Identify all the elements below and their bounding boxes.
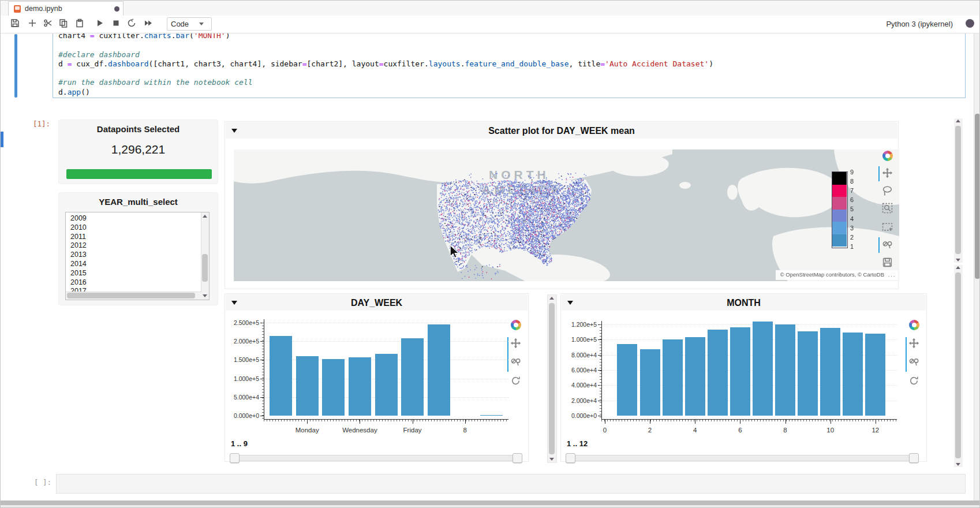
x-minor-ticks bbox=[601, 420, 897, 421]
range-slider-handle-right[interactable] bbox=[513, 453, 522, 463]
pan-tool-icon[interactable] bbox=[510, 338, 522, 349]
x-tick-mark bbox=[695, 420, 695, 424]
save-plot-icon[interactable] bbox=[882, 257, 893, 268]
bokeh-logo-icon[interactable] bbox=[511, 320, 521, 330]
stop-kernel-button[interactable] bbox=[111, 18, 123, 30]
scrollbar-thumb[interactable] bbox=[549, 303, 555, 454]
map-attribution[interactable]: © OpenStreetMap contributors, © CartoDB bbox=[776, 270, 898, 280]
colorbar-swatch bbox=[832, 210, 847, 222]
year-option-2012[interactable]: 2012 bbox=[70, 241, 87, 249]
year-option-2010[interactable]: 2010 bbox=[70, 223, 87, 231]
selected-cell-indicator[interactable] bbox=[14, 34, 17, 98]
inspect-select-icon[interactable] bbox=[510, 356, 522, 368]
output-prompt: [1]: bbox=[33, 119, 50, 128]
output-scrollbar-bottom[interactable] bbox=[954, 265, 963, 467]
year-option-2009[interactable]: 2009 bbox=[70, 214, 87, 222]
y-tick-label: 8.000e+4 bbox=[566, 352, 597, 358]
tab-title: demo.ipynb bbox=[25, 5, 62, 13]
scroll-down-icon[interactable] bbox=[956, 463, 960, 466]
y-axis bbox=[601, 321, 602, 419]
y-tick-label: 6.000e+4 bbox=[566, 367, 597, 373]
attribution-overflow[interactable]: ··· bbox=[888, 272, 896, 279]
copy-cell-button[interactable] bbox=[59, 18, 70, 30]
code-line: d = cux_df.dashboard([chart1, chart3, ch… bbox=[58, 59, 959, 69]
pan-tool-icon[interactable] bbox=[908, 338, 920, 349]
inspect-select-icon[interactable] bbox=[882, 239, 893, 251]
code-line: #declare dashboard bbox=[58, 50, 959, 59]
y-tick-label: 5.000e+4 bbox=[228, 394, 259, 401]
inspect-select-icon[interactable] bbox=[908, 356, 920, 368]
x-tick-label: 8 bbox=[760, 427, 811, 434]
cell-type-select[interactable]: Code bbox=[167, 17, 212, 31]
range-slider-handle-right[interactable] bbox=[909, 453, 919, 463]
bokeh-logo-icon[interactable] bbox=[909, 320, 919, 330]
reset-tool-icon[interactable] bbox=[510, 375, 522, 387]
scrollbar-thumb[interactable] bbox=[955, 126, 961, 254]
bar bbox=[843, 333, 863, 416]
bokeh-logo-icon[interactable] bbox=[882, 151, 893, 161]
map-plot-area[interactable]: NORTH AMERICA © OpenStreetMap contributo… bbox=[234, 150, 899, 281]
scroll-down-icon[interactable] bbox=[956, 259, 960, 262]
scrollbar-thumb[interactable] bbox=[202, 254, 208, 282]
range-slider-handle-left[interactable] bbox=[230, 453, 240, 463]
y-tick-label: 1.500e+5 bbox=[228, 356, 259, 363]
x-tick-mark bbox=[876, 420, 876, 424]
chevron-down-icon bbox=[199, 23, 204, 25]
year-vertical-scrollbar[interactable] bbox=[201, 212, 209, 300]
scroll-up-icon[interactable] bbox=[549, 297, 554, 300]
box-zoom-icon[interactable] bbox=[882, 203, 893, 214]
year-option-2014[interactable]: 2014 bbox=[70, 260, 87, 268]
copy-icon bbox=[59, 18, 68, 28]
colorbar-tick-label: 2 bbox=[850, 234, 862, 241]
scroll-up-icon[interactable] bbox=[956, 119, 960, 122]
notebook-icon bbox=[14, 5, 21, 13]
restart-kernel-button[interactable] bbox=[127, 18, 139, 30]
save-button[interactable] bbox=[10, 18, 22, 30]
x-tick-label: 4 bbox=[669, 427, 721, 434]
year-select-title: YEAR_multi_select bbox=[58, 197, 218, 207]
empty-code-cell[interactable] bbox=[56, 474, 966, 494]
run-cell-button[interactable] bbox=[95, 18, 107, 30]
add-cell-button[interactable] bbox=[28, 18, 39, 30]
run-all-button[interactable] bbox=[144, 18, 155, 30]
empty-cell-prompt: [ ]: bbox=[34, 478, 51, 487]
scroll-down-icon[interactable] bbox=[549, 458, 554, 461]
box-select-icon[interactable] bbox=[882, 221, 893, 233]
range-slider[interactable] bbox=[568, 455, 919, 461]
unsaved-dot-icon[interactable] bbox=[114, 6, 119, 12]
year-option-2013[interactable]: 2013 bbox=[70, 251, 87, 259]
bar bbox=[617, 344, 637, 416]
scroll-up-icon[interactable] bbox=[203, 215, 207, 218]
lasso-select-icon[interactable] bbox=[882, 185, 893, 196]
scroll-up-icon[interactable] bbox=[956, 266, 960, 269]
tab-demo-ipynb[interactable]: demo.ipynb bbox=[8, 1, 124, 16]
charts-scrollbar[interactable] bbox=[547, 294, 557, 463]
kernel-status-icon[interactable] bbox=[966, 19, 974, 28]
scrollbar-thumb[interactable] bbox=[955, 272, 961, 458]
range-slider-handle-left[interactable] bbox=[566, 453, 575, 463]
scroll-down-icon[interactable] bbox=[203, 294, 207, 297]
datapoints-title: Datapoints Selected bbox=[58, 124, 218, 134]
restart-icon bbox=[127, 18, 136, 28]
cut-cell-button[interactable] bbox=[43, 18, 55, 30]
reset-tool-icon[interactable] bbox=[908, 375, 920, 387]
year-multiselect-listbox[interactable]: 200920102011201220132014201520162017 bbox=[65, 212, 210, 300]
kernel-name[interactable]: Python 3 (ipykernel) bbox=[886, 20, 953, 28]
x-tick-mark bbox=[307, 420, 308, 424]
year-option-2016[interactable]: 2016 bbox=[70, 278, 87, 286]
output-scrollbar-top[interactable] bbox=[954, 118, 963, 263]
year-option-2011[interactable]: 2011 bbox=[70, 233, 86, 241]
pan-tool-icon[interactable] bbox=[882, 167, 893, 179]
year-option-2015[interactable]: 2015 bbox=[70, 269, 87, 277]
paste-cell-button[interactable] bbox=[75, 18, 87, 30]
window-scrollbar-thumb[interactable] bbox=[975, 114, 980, 279]
range-slider[interactable] bbox=[232, 455, 522, 461]
scatter-points-layer[interactable] bbox=[234, 150, 899, 281]
colorbar-swatch bbox=[832, 172, 847, 185]
active-tool-indicator bbox=[878, 166, 880, 181]
scrollbar-thumb[interactable] bbox=[67, 293, 195, 298]
code-editor[interactable]: chart4 = cuxfilter.charts.bar('MONTH') #… bbox=[58, 31, 959, 97]
y-tick-label: 4.000e+4 bbox=[566, 382, 597, 389]
year-horizontal-scrollbar[interactable] bbox=[66, 292, 201, 300]
bar bbox=[322, 359, 345, 416]
